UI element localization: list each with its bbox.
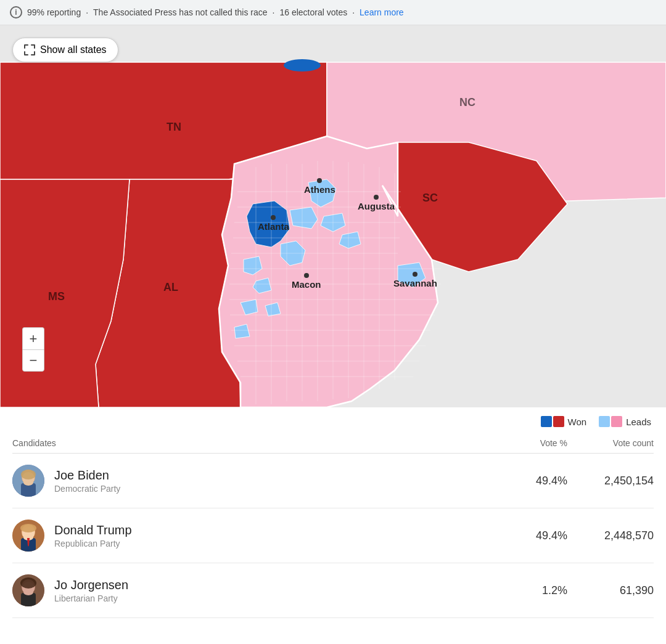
- col-vote-pct-header: Vote %: [518, 438, 567, 448]
- separator-2: ·: [273, 7, 275, 17]
- candidate-row-jo: Jo Jorgensen Libertarian Party 1.2% 61,3…: [12, 563, 654, 618]
- candidate-name-jo: Jo Jorgensen: [54, 578, 518, 592]
- election-map: [0, 25, 666, 407]
- vote-count-jo: 61,390: [604, 584, 654, 597]
- vote-pct-biden: 49.4%: [518, 475, 567, 487]
- info-bar: i 99% reporting · The Associated Press h…: [0, 0, 666, 25]
- candidate-info-jo: Jo Jorgensen Libertarian Party: [54, 578, 518, 603]
- column-headers: Candidates Vote % Vote count: [12, 433, 654, 454]
- svg-point-38: [20, 524, 36, 532]
- candidate-votes-trump: 49.4% 2,448,570: [518, 529, 654, 542]
- expand-icon: [24, 44, 35, 55]
- ap-note-text: The Associated Press has not called this…: [93, 7, 267, 17]
- candidate-info-trump: Donald Trump Republican Party: [54, 523, 518, 548]
- avatar-biden: [12, 465, 44, 497]
- separator-3: ·: [352, 7, 355, 17]
- results-section: Candidates Vote % Vote count Joe Biden D…: [0, 433, 666, 630]
- svg-point-28: [284, 59, 321, 71]
- vote-count-trump: 2,448,570: [604, 529, 654, 542]
- candidate-info-biden: Joe Biden Democratic Party: [54, 468, 518, 494]
- zoom-controls: + −: [22, 327, 44, 372]
- zoom-out-button[interactable]: −: [22, 349, 44, 372]
- vote-pct-trump: 49.4%: [518, 529, 567, 542]
- legend-leads: Leads: [599, 416, 651, 427]
- legend: Won Leads: [0, 407, 666, 433]
- candidate-name-biden: Joe Biden: [54, 468, 518, 483]
- legend-won: Won: [541, 416, 587, 427]
- candidate-party-biden: Democratic Party: [54, 484, 518, 494]
- vote-pct-jo: 1.2%: [518, 584, 567, 597]
- col-right-headers: Vote % Vote count: [518, 438, 654, 448]
- candidate-votes-biden: 49.4% 2,450,154: [518, 475, 654, 487]
- separator-1: ·: [86, 7, 88, 17]
- legend-leads-label: Leads: [626, 417, 651, 427]
- candidate-party-jo: Libertarian Party: [54, 593, 518, 603]
- candidate-name-trump: Donald Trump: [54, 523, 518, 537]
- leads-swatch-pink: [611, 416, 622, 427]
- won-swatch-blue: [541, 416, 552, 427]
- col-vote-count-header: Vote count: [604, 438, 654, 448]
- show-all-states-label: Show all states: [40, 44, 107, 55]
- reporting-text: 99% reporting: [27, 7, 81, 17]
- leads-swatch-blue: [599, 416, 610, 427]
- won-swatch-red: [553, 416, 564, 427]
- svg-point-32: [21, 470, 36, 479]
- electoral-text: 16 electoral votes: [279, 7, 347, 17]
- map-container: TN NC SC AL MS Atlanta Athens Augusta Ma…: [0, 25, 666, 407]
- learn-more-link[interactable]: Learn more: [360, 7, 404, 17]
- vote-count-biden: 2,450,154: [604, 475, 654, 487]
- avatar-jo: [12, 574, 44, 606]
- candidate-votes-jo: 1.2% 61,390: [518, 584, 654, 597]
- col-candidates-header: Candidates: [12, 438, 518, 448]
- show-all-states-button[interactable]: Show all states: [12, 38, 118, 62]
- candidate-party-trump: Republican Party: [54, 539, 518, 548]
- candidate-row-biden: Joe Biden Democratic Party 49.4% 2,450,1…: [12, 454, 654, 508]
- legend-won-label: Won: [568, 417, 587, 427]
- avatar-trump: [12, 520, 44, 552]
- svg-point-34: [23, 479, 33, 486]
- candidate-row-trump: Donald Trump Republican Party 49.4% 2,44…: [12, 508, 654, 563]
- svg-point-45: [20, 577, 36, 589]
- info-icon: i: [10, 6, 22, 18]
- zoom-in-button[interactable]: +: [22, 327, 44, 349]
- svg-point-47: [23, 589, 33, 595]
